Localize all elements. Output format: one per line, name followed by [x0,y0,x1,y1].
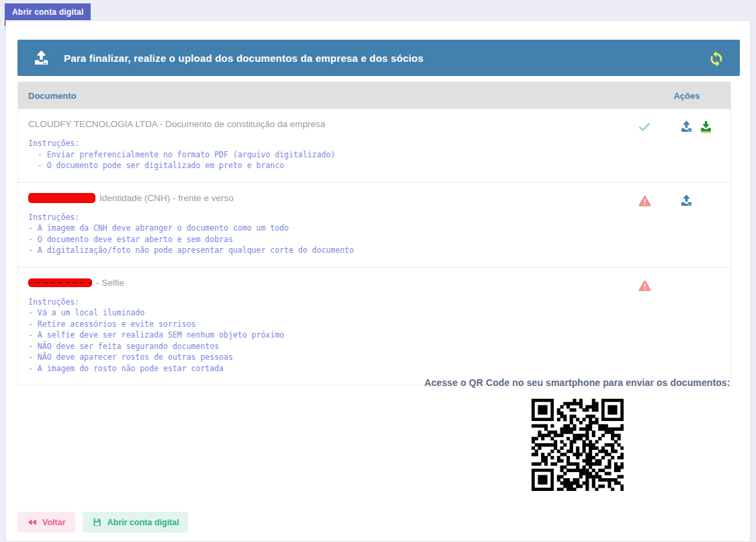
voltar-button[interactable]: Voltar [17,512,75,533]
instructions-label: Instruções: [28,297,623,308]
qr-code [532,399,624,491]
instruction-line: - A imagem do rosto não pode estar corta… [28,363,623,375]
actions-cell [630,183,730,267]
panel-header: Para finalizar, realize o upload dos doc… [17,40,740,76]
instruction-line: - O documento pode ser digitalizado em p… [28,160,623,171]
rewind-icon [27,517,37,527]
actions-cell [630,268,730,385]
instruction-line: - NÃO deve aparecer rostos de outras pes… [28,352,623,363]
document-title: CLOUDFY TECNOLOGIA LTDA - Documento de c… [28,118,623,130]
table-row-selfie: - Selfie Instruções: - Vá a um local ilu… [18,267,730,385]
actions-cell [630,109,730,182]
column-header-documento: Documento [18,91,630,101]
voltar-label: Voltar [42,518,66,527]
download-action-icon[interactable] [699,120,713,134]
instruction-line: - A digitalização/foto não pode apresent… [28,245,623,256]
abrir-conta-digital-tab[interactable]: Abrir conta digital [5,3,91,22]
instructions-block: Instruções: - A imagem da CNH deve abran… [28,212,623,260]
upload-action-icon[interactable] [679,120,694,134]
documents-table: Documento Ações CLOUDFY TECNOLOGIA LTDA … [17,81,731,385]
instruction-line: - NÃO deve ser feita segurando documento… [28,341,623,352]
instructions-block: Instruções: - Vá a um local iluminado- R… [28,297,623,379]
redacted-name-block [28,193,95,203]
instruction-line: - Vá a um local iluminado [28,307,623,319]
instruction-line: - Retire acessórios e evite sorrisos [28,319,623,330]
document-cell: Identidade (CNH) - frente e verso Instru… [18,183,630,267]
document-cell: CLOUDFY TECNOLOGIA LTDA - Documento de c… [18,109,630,182]
table-header-row: Documento Ações [18,82,730,109]
qr-caption: Acesse o QR Code no seu smartphone para … [403,377,752,388]
upload-action-icon[interactable] [679,194,694,208]
document-title: - Selfie [28,277,623,288]
instructions-label: Instruções: [28,212,623,223]
warning-icon [638,278,652,293]
instruction-line: - Enviar preferencialmente no formato PD… [28,149,623,161]
table-row-constituicao: CLOUDFY TECNOLOGIA LTDA - Documento de c… [18,109,730,182]
table-row-cnh: Identidade (CNH) - frente e verso Instru… [18,182,730,267]
document-title: Identidade (CNH) - frente e verso [28,192,623,204]
check-icon [637,120,652,134]
abrir-conta-digital-button[interactable]: Abrir conta digital [83,512,189,533]
refresh-icon[interactable] [708,49,725,67]
warning-icon [638,194,652,208]
redacted-name-block [28,278,92,287]
qr-section: Acesse o QR Code no seu smartphone para … [403,377,752,494]
save-icon [92,517,102,527]
instruction-line: - O documento deve estar aberto e sem do… [28,234,623,245]
instruction-line: - A imagem da CNH deve abranger o docume… [28,223,623,234]
upload-icon [32,49,50,67]
document-cell: - Selfie Instruções: - Vá a um local ilu… [18,268,630,385]
panel-title: Para finalizar, realize o upload dos doc… [64,52,423,64]
instructions-block: Instruções: - Enviar preferencialmente n… [28,138,623,176]
abrir-conta-digital-label: Abrir conta digital [108,518,179,527]
upload-panel: Para finalizar, realize o upload dos doc… [5,20,751,542]
instruction-line: - A selfie deve ser realizada SEM nenhum… [28,330,623,341]
footer-actions: Voltar Abrir conta digital [17,512,188,533]
instructions-label: Instruções: [28,138,623,149]
column-header-acoes: Ações [630,91,730,101]
